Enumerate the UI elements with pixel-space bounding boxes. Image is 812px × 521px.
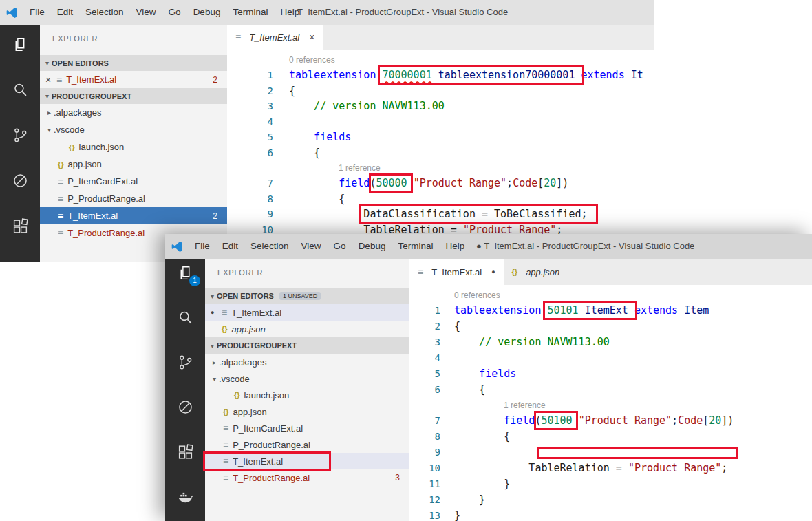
line-number: 3 [227,98,273,114]
section-header-open-editors[interactable]: ▾OPEN EDITORS [40,55,227,71]
sidebar-item-t-itemext-al[interactable]: ≡T_ItemExt.al2 [40,207,227,224]
chevron-down-icon: ▾ [208,342,217,350]
tab-t-itemext-al[interactable]: ≡T_ItemExt.al× [227,25,323,50]
code-token: Code [678,414,703,427]
code-line-6[interactable]: 6 { [227,145,654,161]
sidebar-item-app-json[interactable]: {}app.json [205,403,409,420]
menu-edit[interactable]: Edit [51,0,79,25]
close-icon[interactable]: × [309,32,314,43]
code-line-5[interactable]: 5 fields [227,129,654,145]
sidebar-item-p-productrange-al[interactable]: ≡P_ProductRange.al [40,190,227,207]
menu-debug[interactable]: Debug [352,234,392,259]
menu-view[interactable]: View [295,234,328,259]
code-token: ; [506,177,513,189]
code-line-4[interactable]: 4 [227,114,654,130]
sidebar-item--alpackages[interactable]: ▸.alpackages [40,104,227,121]
code-token: { [289,85,295,97]
menu-selection[interactable]: Selection [79,0,130,25]
sidebar-item-p-itemcardext-al[interactable]: ≡P_ItemCardExt.al [205,420,409,436]
code-line-3[interactable]: 3 // version NAVW113.00 [227,98,654,114]
sidebar-item-t-itemext-al[interactable]: ≡T_ItemExt.al [205,453,409,469]
al-file-icon: ≡ [223,423,228,434]
tab-label: T_ItemExt.al [431,267,482,277]
menu-view[interactable]: View [130,0,162,25]
sidebar-item-launch-json[interactable]: {}launch.json [40,138,227,156]
code-line-12[interactable]: 12 } [409,492,812,508]
open-editor-t-itemext-al[interactable]: ●≡T_ItemExt.al [205,304,409,321]
search-icon[interactable] [10,80,30,99]
codelens-references[interactable]: 1 reference [227,160,654,176]
code-line-3[interactable]: 3 // version NAVW113.00 [409,334,812,350]
codelens-references[interactable]: 0 references [227,52,654,67]
code-line-1[interactable]: 1tableextension 50101 ItemExt extends It… [409,303,812,319]
docker-icon[interactable] [175,487,195,506]
menu-help[interactable]: Help [439,234,471,259]
menu-terminal[interactable]: Terminal [226,0,274,25]
code-line-7[interactable]: 7 field(50000 "Product Range";Code[20]) [227,176,654,191]
sidebar-item--alpackages[interactable]: ▸.alpackages [205,354,409,370]
close-icon[interactable]: × [45,74,56,85]
code-line-1[interactable]: 1tableextension 70000001 tableextension7… [227,67,654,83]
code-line-13[interactable]: 13} [409,508,812,521]
item-badge: 3 [395,473,400,482]
menu-file[interactable]: File [189,234,216,259]
code-token: [ [537,177,544,189]
code-line-11[interactable]: 11 } [409,476,812,492]
code-line-7[interactable]: 7 field(50100 "Product Range";Code[20]) [409,413,812,429]
open-editor-app-json[interactable]: {}app.json [205,321,409,337]
code-area[interactable]: 0 references1tableextension 70000001 tab… [227,50,654,262]
code-line-10[interactable]: 10 TableRelation = "Product Range"; [409,460,812,476]
code-line-4[interactable]: 4 [409,350,812,366]
code-line-6[interactable]: 6 { [409,382,812,398]
code-line-8[interactable]: 8 { [227,191,654,207]
code-token [628,304,634,317]
files-icon[interactable]: 1 [175,263,195,282]
debug-icon[interactable] [10,171,30,190]
menu-go[interactable]: Go [162,0,187,25]
item-label: T_ProductRange.al [67,228,145,238]
codelens-references[interactable]: 1 reference [409,398,812,413]
extensions-icon[interactable] [175,442,195,461]
files-icon[interactable] [10,34,30,54]
sidebar-item--vscode[interactable]: ▾.vscode [205,370,409,387]
extensions-icon[interactable] [10,216,30,235]
code-line-9[interactable]: 9 DataClassification = ToBeClassified; [227,206,654,222]
tab-bar: ≡T_ItemExt.al× [227,25,654,50]
explorer-sidebar: EXPLORER ▾OPEN EDITORS1 UNSAVED●≡T_ItemE… [205,259,409,521]
menu-selection[interactable]: Selection [244,234,295,259]
code-token: ; [672,414,678,427]
code-line-8[interactable]: 8 { [409,429,812,445]
tab-t-itemext-al[interactable]: ≡T_ItemExt.al● [409,259,504,285]
debug-icon[interactable] [175,397,195,416]
code-area[interactable]: 0 references1tableextension 50101 ItemEx… [409,285,812,521]
search-icon[interactable] [175,308,195,327]
sidebar-item-p-productrange-al[interactable]: ≡P_ProductRange.al [205,436,409,453]
source-control-icon[interactable] [175,352,195,372]
menu-file[interactable]: File [23,0,51,25]
open-editor-t-itemext-al[interactable]: ×≡T_ItemExt.al2 [40,71,227,88]
source-control-icon[interactable] [10,125,30,145]
menu-debug[interactable]: Debug [187,0,227,25]
code-line-2[interactable]: 2{ [227,83,654,99]
vscode-window-background: FileEditSelectionViewGoDebugTerminalHelp… [0,0,654,262]
tab-app-json[interactable]: {}app.json [504,259,568,285]
sidebar-item--vscode[interactable]: ▾.vscode [40,121,227,138]
section-header-productgroupext[interactable]: ▾PRODUCTGROUPEXT [205,337,409,354]
sidebar-item-app-json[interactable]: {}app.json [40,156,227,173]
tab-bar: ≡T_ItemExt.al●{}app.json [409,259,812,285]
sidebar-item-p-itemcardext-al[interactable]: ≡P_ItemCardExt.al [40,173,227,190]
codelens-references[interactable]: 0 references [409,288,812,303]
menu-edit[interactable]: Edit [216,234,244,259]
section-header-productgroupext[interactable]: ▾PRODUCTGROUPEXT [40,88,227,104]
code-line-5[interactable]: 5 fields [409,366,812,382]
code-line-2[interactable]: 2{ [409,319,812,334]
code-line-9[interactable]: 9 [409,445,812,460]
menu-terminal[interactable]: Terminal [392,234,439,259]
item-badge: 2 [213,211,217,221]
item-label: T_ItemExt.al [67,211,118,221]
al-file-icon: ≡ [56,74,62,85]
sidebar-item-launch-json[interactable]: {}launch.json [205,387,409,403]
sidebar-item-t-productrange-al[interactable]: ≡T_ProductRange.al3 [205,469,409,486]
menu-go[interactable]: Go [328,234,352,259]
section-header-open-editors[interactable]: ▾OPEN EDITORS1 UNSAVED [205,288,409,304]
